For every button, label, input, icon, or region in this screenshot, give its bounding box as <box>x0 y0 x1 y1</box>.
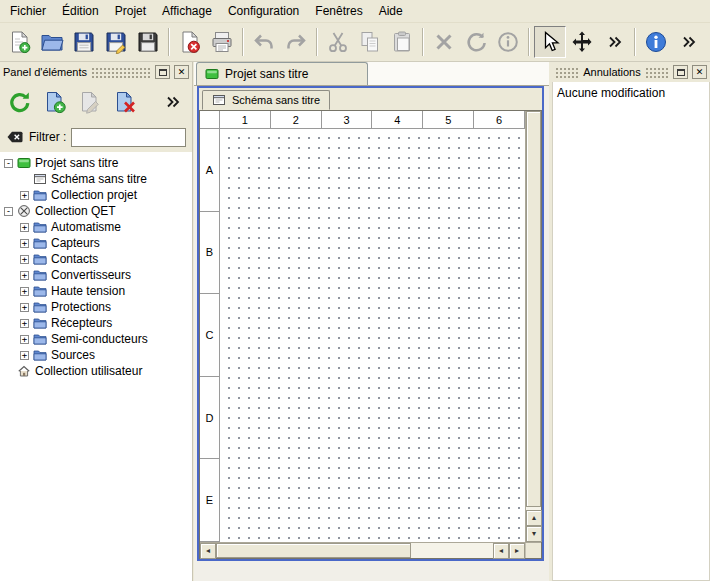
horizontal-scrollbar[interactable]: ◂ ◂ ▸ <box>200 543 525 558</box>
elements-panel-toolbar <box>0 82 192 122</box>
reload-collections-button[interactable] <box>5 87 35 117</box>
select-pointer-icon <box>538 30 562 54</box>
menu-bar: FichierÉditionProjetAffichageConfigurati… <box>0 0 710 23</box>
save-as-button[interactable] <box>100 26 132 58</box>
scroll-up-button[interactable]: ▴ <box>526 510 542 526</box>
tree-item-label: Capteurs <box>51 236 100 250</box>
tree-item-sources[interactable]: +Sources <box>0 347 192 363</box>
copy-icon <box>358 30 382 54</box>
new-document-button[interactable] <box>4 26 36 58</box>
close-icon: ✕ <box>696 68 704 77</box>
menu-aide[interactable]: Aide <box>371 0 411 22</box>
expand-toggle[interactable]: + <box>20 223 29 232</box>
row-label-B: B <box>200 212 220 295</box>
select-pointer-button[interactable] <box>534 26 566 58</box>
schema-tab-label: Schéma sans titre <box>232 94 320 106</box>
elements-panel: Panel d'éléments ✕ Filtrer : -Projet san… <box>0 62 193 581</box>
close-panel-button[interactable]: ✕ <box>692 65 707 79</box>
vertical-scrollbar[interactable]: ▴ ▾ <box>525 111 541 542</box>
schema-canvas[interactable] <box>220 129 525 542</box>
tree-item-collection-projet[interactable]: +Collection projet <box>0 187 192 203</box>
scroll-right-button[interactable]: ▸ <box>509 543 525 559</box>
float-panel-button[interactable] <box>155 65 170 79</box>
menu-projet[interactable]: Projet <box>107 0 154 22</box>
project-tab[interactable]: Projet sans titre <box>196 62 368 85</box>
menu-configuration[interactable]: Configuration <box>220 0 307 22</box>
expand-toggle[interactable]: - <box>4 159 13 168</box>
toolbar-separator <box>242 28 244 56</box>
home-icon <box>17 364 31 378</box>
elements-panel-title: Panel d'éléments <box>3 66 87 78</box>
expand-toggle[interactable]: + <box>20 335 29 344</box>
schema-icon <box>212 93 226 107</box>
expand-toggle[interactable]: + <box>20 287 29 296</box>
tree-item-projet-sans-titre[interactable]: -Projet sans titre <box>0 155 192 171</box>
tree-item-schema-sans-titre[interactable]: Schéma sans titre <box>0 171 192 187</box>
move-mode-button[interactable] <box>566 26 598 58</box>
save-button[interactable] <box>68 26 100 58</box>
folder-icon <box>33 236 47 250</box>
close-document-button[interactable] <box>174 26 206 58</box>
element-info-button <box>492 26 524 58</box>
chevron-button[interactable] <box>157 87 187 117</box>
edit-element-button <box>75 87 105 117</box>
menu-fenetres[interactable]: Fenêtres <box>307 0 370 22</box>
rotate-icon <box>464 30 488 54</box>
expand-toggle[interactable]: + <box>20 351 29 360</box>
schema-icon <box>33 172 47 186</box>
clear-filter-button[interactable] <box>6 128 24 146</box>
expand-toggle[interactable]: - <box>4 207 13 216</box>
undo-empty-state: Aucune modification <box>553 82 709 104</box>
chevron-button[interactable] <box>598 26 630 58</box>
expand-toggle[interactable]: + <box>20 271 29 280</box>
vscroll-thumb[interactable] <box>526 111 541 507</box>
qelectrotech-window: FichierÉditionProjetAffichageConfigurati… <box>0 0 710 581</box>
expand-toggle[interactable]: + <box>20 303 29 312</box>
chevron-button[interactable] <box>672 26 704 58</box>
tree-item-collection-qet[interactable]: -Collection QET <box>0 203 192 219</box>
diagram-bottom-row: ◂ ◂ ▸ <box>200 542 541 558</box>
tree-item-semi-conducteurs[interactable]: +Semi-conducteurs <box>0 331 192 347</box>
column-label-4: 4 <box>372 111 423 129</box>
diagram-view: 123456 ABCDE ▴ ▾ ◂ <box>199 110 542 559</box>
tree-item-label: Projet sans titre <box>35 156 118 170</box>
print-button[interactable] <box>206 26 238 58</box>
folder-icon <box>33 220 47 234</box>
delete-element-button[interactable] <box>110 87 140 117</box>
expand-toggle[interactable]: + <box>20 239 29 248</box>
hscroll-track[interactable] <box>411 543 493 558</box>
tree-item-collection-utilisateur[interactable]: Collection utilisateur <box>0 363 192 379</box>
expand-toggle[interactable]: + <box>20 191 29 200</box>
ruler-corner <box>200 111 220 129</box>
menu-fichier[interactable]: Fichier <box>2 0 54 22</box>
column-label-1: 1 <box>220 111 271 129</box>
expand-toggle[interactable]: + <box>20 319 29 328</box>
scroll-left-button-secondary[interactable]: ◂ <box>493 543 509 559</box>
filter-input[interactable] <box>71 128 186 147</box>
schema-tab[interactable]: Schéma sans titre <box>202 90 330 110</box>
menu-affichage[interactable]: Affichage <box>154 0 220 22</box>
undo-panel-title: Annulations <box>583 66 641 78</box>
column-label-3: 3 <box>322 111 373 129</box>
save-all-button[interactable] <box>132 26 164 58</box>
tree-item-label: Collection projet <box>51 188 137 202</box>
scroll-down-button[interactable]: ▾ <box>526 526 542 542</box>
tree-item-contacts[interactable]: +Contacts <box>0 251 192 267</box>
new-element-button[interactable] <box>40 87 70 117</box>
tree-item-convertisseurs[interactable]: +Convertisseurs <box>0 267 192 283</box>
expand-toggle[interactable]: + <box>20 255 29 264</box>
close-panel-button[interactable]: ✕ <box>174 65 189 79</box>
about-qet-button[interactable] <box>640 26 672 58</box>
open-folder-button[interactable] <box>36 26 68 58</box>
tree-item-haute-tension[interactable]: +Haute tension <box>0 283 192 299</box>
chevron-icon <box>602 30 626 54</box>
hscroll-thumb[interactable] <box>216 543 411 558</box>
tree-item-automatisme[interactable]: +Automatisme <box>0 219 192 235</box>
menu-edition[interactable]: Édition <box>54 0 107 22</box>
tree-item-protections[interactable]: +Protections <box>0 299 192 315</box>
float-panel-button[interactable] <box>673 65 688 79</box>
tree-item-recepteurs[interactable]: +Récepteurs <box>0 315 192 331</box>
toolbar-separator <box>168 28 170 56</box>
scroll-left-button[interactable]: ◂ <box>200 543 216 559</box>
tree-item-capteurs[interactable]: +Capteurs <box>0 235 192 251</box>
